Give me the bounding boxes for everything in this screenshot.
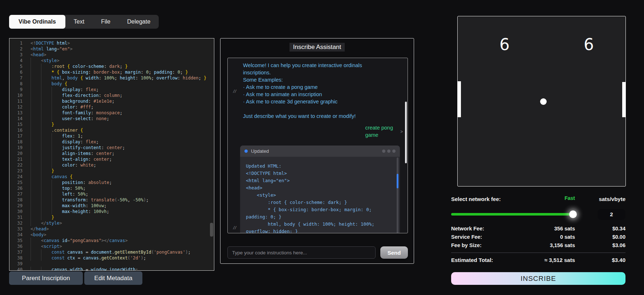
fee-row-label: Network Fee: bbox=[451, 226, 484, 232]
code-line: 26 top: 50%; bbox=[9, 185, 214, 191]
card-scrollbar-thumb[interactable] bbox=[397, 174, 398, 188]
network-fee-slider[interactable] bbox=[451, 210, 582, 218]
line-number: 8 bbox=[9, 81, 23, 87]
indent-guide bbox=[31, 156, 41, 162]
indent-guide bbox=[41, 75, 52, 81]
indent-guide bbox=[41, 162, 52, 168]
fee-row: Fee by Size:3,156 sats$3.06 bbox=[451, 242, 625, 249]
slider-thumb[interactable] bbox=[569, 210, 577, 218]
code-line: 37 const canvas = document.getElementByI… bbox=[9, 249, 214, 255]
line-content: </style> bbox=[31, 220, 62, 226]
indent-guide bbox=[41, 87, 52, 93]
code-line: 31 } bbox=[9, 214, 214, 220]
code-line: 11 background: #1e1e1e; bbox=[9, 98, 214, 104]
line-number: 37 bbox=[9, 249, 23, 255]
indent-guide bbox=[41, 156, 52, 162]
code-line: 22 color: white; bbox=[9, 162, 214, 168]
indent-guide bbox=[52, 98, 62, 104]
send-button[interactable]: Send bbox=[380, 246, 408, 259]
code-line: 20 align-items: center; bbox=[9, 151, 214, 156]
inscription-preview-canvas[interactable]: 6 6 bbox=[457, 16, 626, 187]
indent-guide bbox=[31, 145, 41, 151]
indent-guide bbox=[41, 197, 52, 203]
chat-input[interactable] bbox=[227, 246, 376, 259]
line-content: <canvas id="pongCanvas"></canvas> bbox=[31, 238, 127, 243]
editor-scrollbar[interactable] bbox=[210, 223, 213, 237]
updated-code-line: html, body { width: 100%; height: 100%; bbox=[246, 221, 394, 228]
indent-guide bbox=[31, 87, 41, 93]
indent-guide bbox=[41, 110, 52, 116]
indent-guide bbox=[31, 98, 41, 104]
tab-text[interactable]: Text bbox=[65, 15, 93, 29]
indent-guide bbox=[41, 98, 52, 104]
code-line: 39 bbox=[9, 261, 214, 267]
tab-bar: Vibe OrdinalsTextFileDelegate bbox=[9, 15, 159, 29]
line-number: 3 bbox=[9, 52, 23, 58]
indent-guide bbox=[31, 104, 41, 110]
line-content: justify-content: center; bbox=[31, 145, 125, 151]
indent-guide bbox=[52, 104, 62, 110]
window-dots-icon bbox=[380, 149, 396, 153]
indent-guide bbox=[41, 81, 52, 87]
indent-guide bbox=[31, 63, 41, 69]
line-content: <script> bbox=[31, 243, 62, 249]
code-line: 30 max-height: 100vh; bbox=[9, 209, 214, 214]
line-content: <head> bbox=[31, 52, 46, 58]
code-editor[interactable]: 1<!DOCTYPE html>2<html lang="en">3<head>… bbox=[9, 38, 214, 271]
line-content: flex-direction: column; bbox=[31, 93, 122, 98]
indent-guide bbox=[41, 168, 52, 174]
indent-guide bbox=[41, 255, 52, 261]
indent-guide bbox=[31, 116, 41, 122]
code-line: 15 } bbox=[9, 122, 214, 127]
line-content: * { box-sizing: border-box; margin: 0; p… bbox=[31, 69, 188, 75]
indent-guide bbox=[52, 93, 62, 98]
updated-code-card: Updated Updated HTML:<!DOCTYPE html><htm… bbox=[240, 146, 400, 233]
indent-guide bbox=[41, 151, 52, 156]
indent-guide bbox=[31, 139, 41, 145]
code-line: 7 html, body { width: 100%; height: 100%… bbox=[9, 75, 214, 81]
line-content: max-height: 100vh; bbox=[31, 209, 109, 214]
line-content: text-align: center; bbox=[31, 156, 112, 162]
line-number: 38 bbox=[9, 255, 23, 261]
indent-guide bbox=[52, 145, 62, 151]
tab-delegate[interactable]: Delegate bbox=[119, 15, 159, 29]
line-number: 9 bbox=[9, 87, 23, 93]
fee-panel: Select network fee: Fast sats/vbyte 2 Ne… bbox=[451, 195, 625, 288]
indent-guide bbox=[41, 209, 52, 214]
updated-code-line: overflow: hidden; } bbox=[246, 228, 394, 233]
line-number: 34 bbox=[9, 232, 23, 238]
line-number: 1 bbox=[9, 40, 23, 46]
edit-metadata-button[interactable]: Edit Metadata bbox=[84, 271, 142, 285]
fee-rate-value[interactable]: 2 bbox=[598, 209, 625, 220]
chat-scrollbar-thumb[interactable] bbox=[405, 102, 407, 163]
indent-guide bbox=[41, 139, 52, 145]
parent-inscription-button[interactable]: Parent Inscription bbox=[9, 271, 83, 285]
code-lines: 1<!DOCTYPE html>2<html lang="en">3<head>… bbox=[9, 40, 214, 271]
indent-guide bbox=[31, 249, 41, 255]
line-number: 33 bbox=[9, 226, 23, 232]
updated-code-line: * { box-sizing: border-box; margin: 0; bbox=[246, 206, 394, 213]
line-content: </head> bbox=[31, 226, 49, 232]
indent-guide bbox=[41, 122, 52, 127]
line-content: flex: 1; bbox=[31, 133, 83, 139]
indent-guide bbox=[41, 214, 52, 220]
inscribe-button[interactable]: INSCRIBE bbox=[451, 272, 625, 285]
code-line: 34<body> bbox=[9, 232, 214, 238]
tab-file[interactable]: File bbox=[93, 15, 119, 29]
line-number: 14 bbox=[9, 116, 23, 122]
updated-code-line: <!DOCTYPE html> bbox=[246, 170, 394, 177]
tab-vibe-ordinals[interactable]: Vibe Ordinals bbox=[9, 15, 65, 29]
code-line: 3<head> bbox=[9, 52, 214, 58]
line-content: canvas { bbox=[31, 174, 73, 180]
code-line: 23 } bbox=[9, 168, 214, 174]
line-number: 10 bbox=[9, 93, 23, 98]
indent-guide bbox=[31, 267, 41, 271]
estimated-total-row: Estimated Total: ≈ 3,512 sats $3.40 bbox=[451, 257, 625, 263]
line-number: 13 bbox=[9, 110, 23, 116]
line-number: 25 bbox=[9, 180, 23, 185]
line-number: 31 bbox=[9, 214, 23, 220]
card-scrollbar-track bbox=[397, 157, 398, 233]
indent-guide bbox=[31, 185, 41, 191]
chat-history[interactable]: // Welcome! I can help you create intera… bbox=[227, 58, 408, 233]
indent-guide bbox=[31, 122, 41, 127]
